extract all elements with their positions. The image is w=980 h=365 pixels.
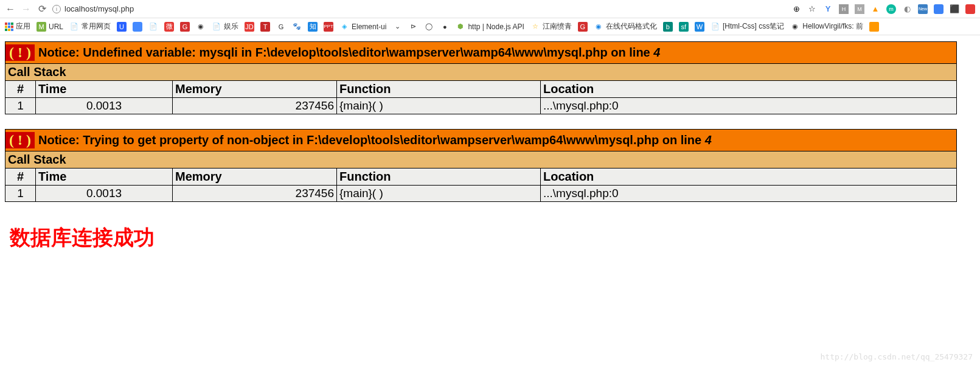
bookmark-folder[interactable]: 📄娱乐: [212, 21, 238, 32]
bookmark-item[interactable]: ◉HellowVirgil/fks: 前: [790, 21, 863, 32]
ext-icon[interactable]: [965, 4, 975, 14]
bookmark-item[interactable]: G: [578, 22, 588, 32]
cell-function: {main}( ): [337, 186, 541, 202]
bookmark-icon: T: [260, 22, 270, 32]
ext-icon[interactable]: New: [918, 4, 928, 14]
col-time: Time: [36, 169, 173, 186]
bookmark-item[interactable]: 📄: [148, 22, 158, 32]
col-time: Time: [36, 81, 173, 98]
bookmark-item[interactable]: 微: [164, 22, 174, 32]
ext-icon[interactable]: ▲: [871, 4, 880, 14]
baidu-icon: 🐾: [292, 22, 302, 32]
bookmark-item[interactable]: G: [180, 22, 190, 32]
table-header-row: # Time Memory Function Location: [5, 81, 957, 98]
github-icon: ◉: [790, 22, 800, 32]
ext-icon[interactable]: m: [886, 4, 896, 14]
cell-location: ...\mysql.php:0: [541, 98, 957, 114]
google-icon: G: [276, 22, 286, 32]
ext-icon[interactable]: ⬛: [950, 4, 959, 14]
bookmarks-bar: 应用 MURL 📄常用网页 U 📄 微 G ◉ 📄娱乐 JD T G 🐾 知 P…: [0, 18, 980, 35]
bookmark-item[interactable]: 知: [308, 22, 318, 32]
bookmark-icon: U: [117, 22, 127, 32]
bookmark-item[interactable]: PPT: [324, 22, 333, 32]
bookmark-folder[interactable]: 📄常用网页: [69, 21, 111, 32]
xdebug-error-table: ( ! ) Notice: Trying to get property of …: [5, 129, 957, 202]
bookmark-item[interactable]: ●: [440, 22, 450, 32]
reload-button[interactable]: ⟳: [36, 4, 47, 15]
table-row: 1 0.0013 237456 {main}( ) ...\mysql.php:…: [5, 186, 957, 202]
bookmark-item[interactable]: sf: [679, 22, 689, 32]
bookmark-item[interactable]: ⊳: [408, 22, 418, 32]
col-memory: Memory: [173, 81, 337, 98]
bookmark-item[interactable]: 🐾: [292, 22, 302, 32]
bookmark-item[interactable]: W: [695, 22, 704, 32]
cell-num: 1: [5, 186, 36, 202]
apps-label: 应用: [16, 21, 30, 32]
col-num: #: [5, 81, 36, 98]
bookmark-item[interactable]: 📄[Html-Css] css笔记: [711, 21, 784, 32]
bing-icon: b: [663, 22, 673, 32]
bookmark-item[interactable]: ◉: [196, 22, 206, 32]
file-icon: 📄: [711, 22, 720, 32]
bookmark-item[interactable]: ⌄: [392, 22, 402, 32]
error-badge-icon: ( ! ): [5, 132, 35, 148]
error-message: Notice: Undefined variable: mysqli in F:…: [38, 46, 653, 59]
call-stack-header: Call Stack: [5, 64, 957, 81]
bookmark-item[interactable]: MURL: [36, 22, 63, 32]
folder-icon: 📄: [212, 22, 221, 32]
table-row: 1 0.0013 237456 {main}( ) ...\mysql.php:…: [5, 98, 957, 114]
apps-button[interactable]: 应用: [5, 21, 30, 32]
bookmark-item[interactable]: ⬢http | Node.js API: [456, 22, 524, 32]
bookmark-item[interactable]: JD: [245, 22, 254, 32]
cell-time: 0.0013: [36, 98, 173, 114]
error-message: Notice: Trying to get property of non-ob…: [38, 133, 705, 147]
error-header: ( ! ) Notice: Undefined variable: mysqli…: [5, 42, 957, 64]
call-stack-header: Call Stack: [5, 151, 957, 169]
cell-function: {main}( ): [337, 98, 541, 114]
error-badge-icon: ( ! ): [5, 44, 35, 61]
zoom-icon[interactable]: ⊕: [791, 4, 801, 14]
error-line: 4: [653, 46, 660, 59]
bookmark-item[interactable]: ◯: [424, 22, 434, 32]
address-bar[interactable]: i localhost/mysql.php: [52, 4, 787, 13]
bookmark-icon: M: [36, 22, 46, 32]
bookmark-item[interactable]: G: [276, 22, 286, 32]
bookmark-icon: G: [180, 22, 190, 32]
bookmark-item[interactable]: U: [117, 22, 127, 32]
col-memory: Memory: [173, 169, 337, 186]
ext-icon[interactable]: [934, 4, 944, 14]
ext-icon[interactable]: H: [839, 4, 849, 14]
cell-num: 1: [5, 98, 36, 114]
w-icon: W: [695, 22, 704, 32]
bookmark-item[interactable]: ☆江南愤青: [530, 21, 572, 32]
col-function: Function: [337, 81, 541, 98]
info-icon[interactable]: i: [52, 5, 61, 13]
back-button[interactable]: ←: [5, 4, 16, 15]
ext-icon[interactable]: M: [855, 4, 864, 14]
cell-time: 0.0013: [36, 186, 173, 202]
bookmark-icon: ⊳: [408, 22, 418, 32]
bookmark-item[interactable]: b: [663, 22, 673, 32]
folder-icon: 📄: [69, 22, 79, 32]
cell-location: ...\mysql.php:0: [541, 186, 957, 202]
bookmark-item[interactable]: [133, 22, 142, 32]
forward-button[interactable]: →: [21, 4, 32, 15]
star-icon: ☆: [530, 22, 540, 32]
col-function: Function: [337, 169, 541, 186]
toolbar-right: ⊕ ☆ Y H M ▲ m ◐ New ⬛: [791, 4, 975, 14]
xdebug-error-table: ( ! ) Notice: Undefined variable: mysqli…: [5, 41, 957, 114]
chevron-icon: ⌄: [392, 22, 402, 32]
sf-icon: sf: [679, 22, 689, 32]
ext-icon[interactable]: ◐: [902, 4, 912, 14]
table-header-row: # Time Memory Function Location: [5, 169, 957, 186]
apps-icon: [5, 23, 13, 31]
ext-icon[interactable]: Y: [823, 4, 833, 14]
bookmark-item[interactable]: [869, 22, 879, 32]
page-content: ( ! ) Notice: Undefined variable: mysqli…: [0, 35, 980, 265]
bookmark-icon: [133, 22, 142, 32]
bookmark-star-icon[interactable]: ☆: [807, 4, 817, 14]
cell-memory: 237456: [173, 186, 337, 202]
bookmark-item[interactable]: ◈Element-ui: [339, 22, 386, 32]
bookmark-item[interactable]: ◉在线代码格式化: [594, 21, 657, 32]
bookmark-item[interactable]: T: [260, 22, 270, 32]
